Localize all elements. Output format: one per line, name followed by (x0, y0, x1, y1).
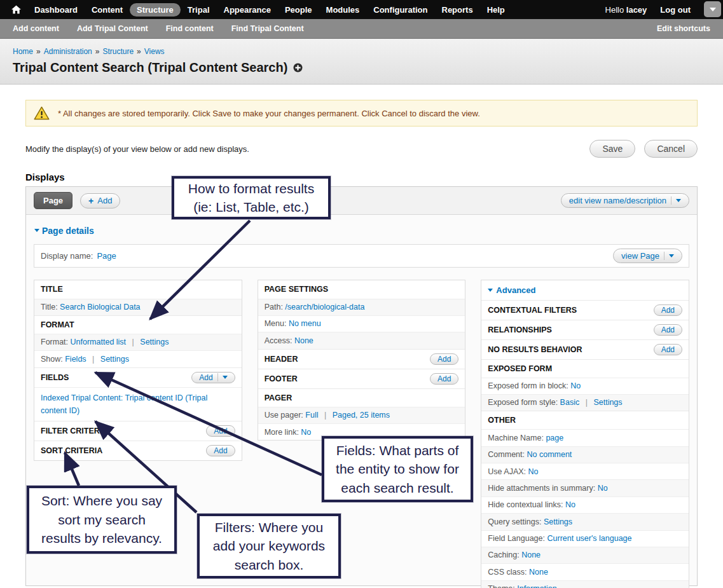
toolbar-item-people[interactable]: People (278, 3, 319, 17)
title-row: Title: Search Biological Data (34, 299, 242, 315)
section-pager-header: PAGER (258, 388, 465, 407)
collapse-triangle-icon (34, 229, 39, 232)
add-shortcut-icon[interactable] (293, 63, 303, 72)
display-tabs-row: Page +Add edit view name/description (26, 187, 697, 215)
field-language-row: Field Language: Current user's language (481, 530, 689, 547)
column-advanced: Advanced CONTEXTUAL FILTERS Add RELATION… (481, 280, 689, 588)
toolbar-item-help[interactable]: Help (480, 3, 512, 17)
comment-row: Comment: No comment (481, 446, 689, 463)
format-settings-link[interactable]: Settings (140, 338, 169, 346)
menu-value-link[interactable]: No menu (289, 319, 321, 328)
breadcrumb-structure[interactable]: Structure (102, 47, 134, 56)
plus-icon: + (88, 196, 93, 206)
displays-panel: Page +Add edit view name/description Pag… (25, 186, 698, 586)
use-pager-paged-link[interactable]: Paged, 25 items (333, 411, 390, 420)
use-ajax-link[interactable]: No (528, 467, 539, 476)
no-results-add-button[interactable]: Add (654, 344, 682, 355)
filter-add-button[interactable]: Add (206, 425, 235, 437)
footer-add-button[interactable]: Add (430, 373, 458, 385)
sort-add-button[interactable]: Add (206, 445, 235, 456)
title-value-link[interactable]: Search Biological Data (60, 303, 140, 311)
shortcuts-bar: Add content Add Tripal Content Find cont… (0, 19, 723, 39)
shortcut-add-tripal-content[interactable]: Add Tripal Content (77, 24, 148, 33)
more-link-row: More link: No (258, 423, 465, 440)
logout-link[interactable]: Log out (653, 3, 698, 17)
format-value-link[interactable]: Unformatted list (71, 338, 127, 346)
toolbar-item-appearance[interactable]: Appearance (217, 3, 278, 17)
chevron-down-icon (710, 8, 716, 11)
hide-contextual-links-row: Hide contextual links: No (481, 496, 689, 513)
displays-heading: Displays (25, 172, 698, 182)
breadcrumb-administration[interactable]: Administration (44, 47, 92, 56)
tab-page[interactable]: Page (34, 192, 72, 209)
machine-name-link[interactable]: page (546, 434, 563, 442)
exposed-block-value-link[interactable]: No (570, 381, 581, 390)
toolbar-item-dashboard[interactable]: Dashboard (27, 3, 85, 17)
section-title-header: TITLE (34, 280, 242, 299)
pipe-separator: | (92, 355, 94, 364)
section-format-header: FORMAT (34, 315, 242, 334)
cancel-button[interactable]: Cancel (644, 140, 698, 158)
page-header: Home»Administration»Structure»Views Trip… (0, 39, 723, 85)
exposed-style-settings-link[interactable]: Settings (593, 398, 622, 407)
hide-contextual-links-link[interactable]: No (565, 500, 575, 509)
more-link-value-link[interactable]: No (301, 428, 311, 437)
breadcrumb-separator: » (137, 47, 141, 56)
access-row: Access: None (258, 332, 465, 348)
shortcut-add-content[interactable]: Add content (13, 24, 59, 33)
fields-item-row: Indexed Tripal Content: Tripal content I… (34, 387, 242, 421)
path-value-link[interactable]: /search/biological-data (285, 303, 364, 311)
caching-row: Caching: None (481, 547, 689, 563)
toolbar-toggle-button[interactable] (704, 1, 721, 17)
css-class-link[interactable]: None (529, 568, 548, 577)
access-value-link[interactable]: None (294, 336, 313, 345)
show-value-link[interactable]: Fields (65, 355, 86, 364)
shortcut-find-tripal-content[interactable]: Find Tripal Content (231, 24, 304, 33)
view-page-button[interactable]: view Page (613, 249, 682, 263)
fields-item-link[interactable]: Indexed Tripal Content: Tripal content I… (41, 393, 207, 415)
save-button[interactable]: Save (589, 140, 635, 158)
toolbar-item-tripal[interactable]: Tripal (181, 3, 217, 17)
theme-row: Theme: Information (481, 580, 689, 588)
relationships-add-button[interactable]: Add (654, 324, 682, 336)
comment-link[interactable]: No comment (527, 450, 572, 459)
advanced-toggle[interactable]: Advanced (481, 280, 689, 300)
button-divider (664, 252, 664, 260)
header-add-button[interactable]: Add (430, 353, 458, 365)
display-name-label: Display name: (41, 251, 93, 261)
hide-attachments-link[interactable]: No (598, 484, 608, 493)
chevron-down-icon (669, 254, 674, 257)
toolbar-item-content[interactable]: Content (85, 3, 130, 17)
breadcrumb-home[interactable]: Home (13, 47, 33, 56)
query-settings-link[interactable]: Settings (544, 517, 572, 526)
breadcrumb-separator: » (36, 47, 41, 56)
exposed-style-value-link[interactable]: Basic (560, 398, 580, 407)
breadcrumb-views[interactable]: Views (144, 47, 165, 56)
section-footer-header: FOOTER Add (258, 369, 465, 388)
toolbar-item-configuration[interactable]: Configuration (366, 3, 434, 17)
theme-link[interactable]: Information (517, 584, 557, 588)
toolbar-item-structure[interactable]: Structure (130, 3, 181, 17)
page-details-toggle[interactable]: Page details (34, 226, 94, 236)
add-display-button[interactable]: +Add (80, 193, 120, 209)
show-row: Show: Fields | Settings (34, 350, 242, 367)
toolbar-item-reports[interactable]: Reports (435, 3, 480, 17)
shortcut-find-content[interactable]: Find content (166, 24, 214, 33)
section-sort-criteria-header: SORT CRITERIA Add (34, 441, 242, 460)
use-pager-full-link[interactable]: Full (305, 411, 318, 420)
css-class-row: CSS class: None (481, 563, 689, 580)
field-language-link[interactable]: Current user's language (547, 534, 631, 543)
display-name-link[interactable]: Page (97, 251, 116, 261)
contextual-filters-add-button[interactable]: Add (654, 304, 682, 316)
warning-text: * All changes are stored temporarily. Cl… (58, 109, 480, 118)
edit-shortcuts-link[interactable]: Edit shortcuts (657, 24, 710, 33)
use-ajax-row: Use AJAX: No (481, 463, 689, 479)
show-settings-link[interactable]: Settings (100, 355, 129, 364)
toolbar-item-modules[interactable]: Modules (319, 3, 367, 17)
caching-link[interactable]: None (521, 550, 541, 559)
edit-view-name-button[interactable]: edit view name/description (561, 193, 689, 208)
fields-add-button[interactable]: Add (191, 372, 235, 383)
collapse-triangle-icon (488, 289, 493, 292)
chevron-down-icon (223, 376, 228, 379)
home-icon[interactable] (6, 5, 27, 14)
